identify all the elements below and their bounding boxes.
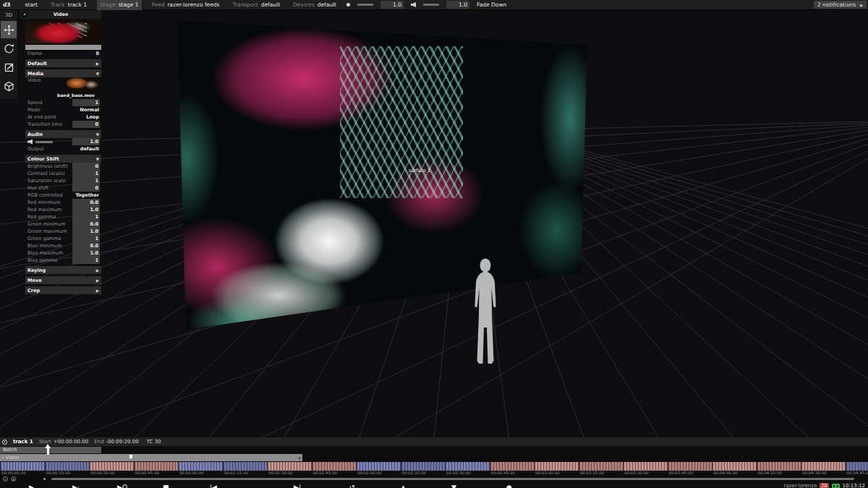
property-value[interactable]: 1 <box>72 257 100 264</box>
cue-up-button[interactable]: ▲ <box>401 482 406 488</box>
property-value[interactable]: 1 <box>72 99 100 106</box>
timeline-timecode-rate[interactable]: TC 30 <box>145 439 161 445</box>
editor-row-mode[interactable]: ModeNormal <box>25 106 101 114</box>
play-to-next-section-button[interactable]: ▶· <box>72 482 80 488</box>
menu-stage[interactable]: Stage stage 1 <box>97 0 142 10</box>
editor-row-green-maximum[interactable]: Green maximum1.0 <box>25 228 101 235</box>
health-status-badge[interactable] <box>832 484 840 488</box>
notifications-button[interactable]: 2 notifications ▶ <box>814 1 867 9</box>
property-value[interactable]: 0 <box>95 51 101 56</box>
property-value[interactable]: Together <box>76 192 101 198</box>
editor-row-keying[interactable]: Keying▶ <box>25 266 101 274</box>
editor-row-red-maximum[interactable]: Red maximum1.0 <box>25 206 101 213</box>
editor-row-output[interactable]: Outputdefault <box>25 145 101 153</box>
ruler-segment[interactable] <box>668 462 712 471</box>
property-value[interactable]: 0 <box>72 121 100 128</box>
editor-row-colour-shift[interactable]: Colour Shift▼ <box>25 155 101 163</box>
orbit-tool-button[interactable] <box>1 77 17 95</box>
property-value[interactable]: Loop <box>86 114 101 120</box>
master-volume-value[interactable]: 1.0 <box>446 1 469 9</box>
close-icon[interactable]: ✕ <box>22 12 27 17</box>
video-preview-thumbnail[interactable] <box>25 19 101 43</box>
editor-row-saturation-scale[interactable]: Saturation scale1 <box>25 177 101 184</box>
zoom-in-icon[interactable]: + <box>11 476 16 481</box>
editor-row-speed[interactable]: Speed1 <box>25 99 101 106</box>
property-value[interactable]: 0.0 <box>72 221 100 228</box>
previous-section-button[interactable]: |◀ <box>210 482 217 488</box>
master-brightness-value[interactable]: 1.0 <box>380 1 404 9</box>
property-value[interactable]: 0.0 <box>72 242 100 249</box>
editor-titlebar[interactable]: ✕ Video <box>20 10 101 19</box>
property-value[interactable]: 0 <box>72 163 100 170</box>
editor-row-red-gamma[interactable]: Red gamma1 <box>25 213 101 221</box>
ruler-segment[interactable] <box>89 462 134 471</box>
next-section-button[interactable]: ▶| <box>294 482 301 488</box>
ruler-segment[interactable] <box>757 462 801 471</box>
playhead-marker[interactable] <box>45 444 51 455</box>
ruler-segment[interactable] <box>801 462 846 471</box>
fade-down-button[interactable]: Fade Down <box>477 1 506 8</box>
error-count-badge[interactable]: 20 <box>820 483 828 488</box>
ruler-segment[interactable] <box>490 462 535 471</box>
property-value[interactable]: default <box>80 146 101 152</box>
return-to-start-button[interactable]: ↺ <box>349 482 355 488</box>
zoom-out-icon[interactable]: − <box>3 476 8 481</box>
property-value[interactable]: 1.0 <box>72 206 100 213</box>
editor-row-blue-gamma[interactable]: Blue gamma1 <box>25 257 101 264</box>
ruler-segment[interactable] <box>312 462 357 471</box>
ruler-segment[interactable] <box>712 462 757 471</box>
editor-row-video[interactable]: Videoband_bass.mov <box>25 77 101 99</box>
editor-row-move[interactable]: Move▶ <box>25 276 101 284</box>
ruler-segment[interactable] <box>445 462 490 471</box>
timeline-end[interactable]: End-00:09:20.00 <box>94 439 138 445</box>
media-thumbnail[interactable] <box>67 77 100 92</box>
editor-row-frame[interactable]: Frame0 <box>25 50 101 57</box>
ruler-segment[interactable] <box>579 462 624 471</box>
section-marker[interactable] <box>129 455 132 458</box>
property-value[interactable]: 1 <box>72 235 100 242</box>
editor-row-brightness-shift[interactable]: Brightness (shift)0 <box>25 163 101 170</box>
ruler-segment[interactable] <box>223 462 268 471</box>
ruler-segment[interactable] <box>178 462 223 471</box>
master-brightness-slider[interactable] <box>357 4 373 6</box>
editor-row-at-end-point[interactable]: At end pointLoop <box>25 114 101 121</box>
menu-track[interactable]: Track track 1 <box>48 0 90 10</box>
editor-row-crop[interactable]: Crop▶ <box>25 286 101 294</box>
property-value[interactable]: 1.0 <box>72 228 100 235</box>
stop-button[interactable]: ■ <box>163 482 169 488</box>
property-value[interactable]: 1 <box>72 213 100 221</box>
video-scrubber[interactable] <box>25 45 101 50</box>
rotate-tool-button[interactable] <box>1 40 17 57</box>
ruler-segment[interactable] <box>134 462 179 471</box>
editor-row-transition-time[interactable]: Transition time0 <box>25 121 101 128</box>
ruler-segment[interactable] <box>0 462 45 471</box>
timeline-scrollbar[interactable] <box>51 478 854 480</box>
editor-row-green-minimum[interactable]: Green minimum0.0 <box>25 221 101 228</box>
menu-devices[interactable]: Devices default <box>290 0 339 10</box>
property-value[interactable]: 1 <box>72 177 100 184</box>
loop-section-button[interactable]: ▶O <box>117 482 127 488</box>
editor-row-audio[interactable]: Audio▼ <box>25 130 101 138</box>
editor-row-blue-minimum[interactable]: Blue minimum0.0 <box>25 242 101 249</box>
move-tool-button[interactable] <box>1 21 17 38</box>
property-value[interactable]: 0.0 <box>72 199 100 206</box>
timeline-ruler[interactable] <box>0 462 868 471</box>
editor-row-default[interactable]: Default▶ <box>25 59 101 67</box>
stage-3d-viewport[interactable]: surface 1 <box>0 10 868 437</box>
menu-start[interactable]: start <box>22 0 41 10</box>
editor-row-red-minimum[interactable]: Red minimum0.0 <box>25 199 101 206</box>
master-volume-slider[interactable] <box>423 4 439 6</box>
play-button[interactable]: ▶ <box>29 482 34 488</box>
record-button[interactable]: ● <box>506 482 512 488</box>
timeline-track-name[interactable]: track 1 <box>13 439 33 445</box>
editor-row-blue-maximum[interactable]: Blue maximum1.0 <box>25 249 101 257</box>
scale-tool-button[interactable] <box>1 59 17 76</box>
editor-row-hue-shift[interactable]: Hue shift0 <box>25 184 101 192</box>
property-value[interactable]: Normal <box>80 107 102 113</box>
audio-level-value[interactable]: 1.0 <box>72 138 100 145</box>
editor-row-media[interactable]: Media▼ <box>25 69 101 77</box>
ruler-segment[interactable] <box>623 462 668 471</box>
ruler-segment[interactable] <box>267 462 312 471</box>
property-value[interactable]: 0 <box>72 184 100 192</box>
menu-transport[interactable]: Transport default <box>229 0 283 10</box>
